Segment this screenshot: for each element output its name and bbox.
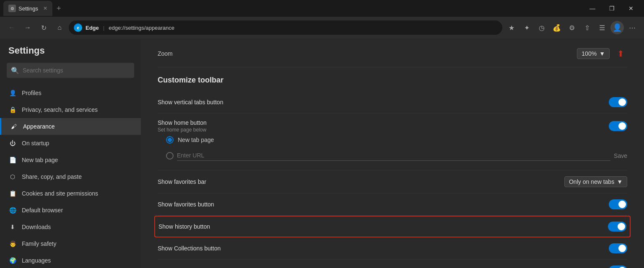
tab-label: Settings [18, 5, 38, 12]
tab-strip: ⚙ Settings ✕ + [3, 1, 61, 16]
sidebar-item-languages[interactable]: 🌍 Languages [0, 252, 141, 268]
sidebar-icon-cookies: 📋 [8, 189, 17, 198]
maximize-button[interactable]: ❐ [602, 2, 621, 15]
collections-button[interactable]: ✦ [520, 21, 533, 34]
url-input[interactable] [177, 150, 610, 161]
favorites-star-button[interactable]: ★ [505, 21, 518, 34]
setting-label-history-button: Show history button [158, 223, 608, 230]
setting-info-collections-button: Show Collections button [158, 245, 609, 252]
address-text: edge://settings/appearance [109, 25, 174, 31]
sidebar-item-cookies[interactable]: 📋 Cookies and site permissions [0, 185, 141, 202]
forward-button[interactable]: → [21, 21, 34, 34]
minimize-button[interactable]: — [583, 2, 602, 15]
sidebar-label-profiles: Profiles [22, 90, 42, 96]
edge-logo: e [74, 23, 82, 32]
sidebar-items: 👤 Profiles 🔒 Privacy, search, and servic… [0, 85, 141, 268]
zoom-chevron-icon: ▼ [599, 50, 605, 57]
scroll-up-button[interactable]: ⬆ [614, 47, 627, 60]
setting-row-history-button: Show history button [154, 216, 631, 237]
new-tab-button[interactable]: + [57, 4, 61, 13]
sidebar-icon-family-safety: 👨 [8, 240, 17, 248]
setting-info-favorites-bar: Show favorites bar [158, 178, 564, 185]
history-button[interactable]: ◷ [535, 21, 548, 34]
back-button[interactable]: ← [5, 21, 18, 34]
sidebar-icon-appearance: 🖌 [10, 122, 18, 131]
active-tab[interactable]: ⚙ Settings ✕ [3, 1, 52, 16]
share-button[interactable]: ⇧ [580, 21, 594, 34]
favorites-bar-dropdown[interactable]: Only on new tabs ▼ [564, 176, 627, 187]
search-box[interactable]: 🔍 [7, 63, 134, 78]
radio-url-btn[interactable] [166, 152, 174, 160]
setting-row-favorites-bar: Show favorites bar Only on new tabs ▼ [158, 170, 627, 193]
avatar-button[interactable]: 👤 [610, 21, 624, 34]
sidebar: Settings 🔍 👤 Profiles 🔒 Privacy, search,… [0, 39, 141, 268]
setting-sub-home-button: Set home page below [158, 127, 609, 133]
sidebar-item-on-startup[interactable]: ⏻ On startup [0, 135, 141, 152]
sidebar-title: Settings [0, 45, 141, 63]
sidebar-item-appearance[interactable]: 🖌 Appearance [0, 118, 141, 135]
zoom-label: Zoom [158, 50, 577, 57]
tab-close-button[interactable]: ✕ [43, 5, 47, 11]
radio-new-tab[interactable]: New tab page [166, 133, 627, 147]
zoom-control: 100% ▼ [577, 48, 610, 59]
sidebar-icon-share-copy: ⬡ [8, 173, 17, 181]
sidebar-icon-default-browser: 🌐 [8, 206, 17, 214]
setting-info-favorites-button: Show favorites button [158, 201, 609, 208]
zoom-dropdown[interactable]: 100% ▼ [577, 48, 610, 59]
content-area: Zoom 100% ▼ ⬆ Customize toolbar Show ver… [141, 39, 644, 268]
setting-row-web-capture: Show web capture button [158, 260, 627, 268]
wallet-button[interactable]: 💰 [550, 21, 564, 34]
sidebar-icon-languages: 🌍 [8, 256, 17, 265]
sidebar-label-privacy: Privacy, search, and services [22, 106, 98, 113]
sidebar-item-privacy[interactable]: 🔒 Privacy, search, and services [0, 101, 141, 118]
tab-favicon: ⚙ [8, 5, 16, 12]
favorites-bar-value: Only on new tabs [569, 178, 614, 185]
toggle-vertical-tabs[interactable] [609, 97, 627, 107]
brand-name: Edge [86, 25, 99, 31]
search-input[interactable] [23, 67, 130, 74]
sidebar-item-share-copy[interactable]: ⬡ Share, copy, and paste [0, 168, 141, 185]
save-url-button[interactable]: Save [614, 152, 627, 159]
sidebar-label-new-tab-page: New tab page [22, 157, 58, 163]
sidebar-item-new-tab-page[interactable]: 📄 New tab page [0, 152, 141, 168]
sidebar-item-default-browser[interactable]: 🌐 Default browser [0, 202, 141, 219]
home-button[interactable]: ⌂ [53, 21, 66, 34]
settings-icon-button[interactable]: ⚙ [565, 21, 579, 34]
setting-row-home-button: Show home button Set home page below New… [158, 113, 627, 170]
setting-info-history-button: Show history button [158, 223, 608, 230]
nav-right-buttons: ★ ✦ ◷ 💰 ⚙ ⇧ ☰ 👤 ⋯ [505, 21, 639, 34]
radio-new-tab-btn[interactable] [166, 136, 174, 144]
sidebar-label-on-startup: On startup [22, 140, 49, 147]
toggle-history-button[interactable] [608, 222, 626, 232]
more-options-button[interactable]: ⋯ [626, 21, 639, 34]
toggle-home-button[interactable] [609, 121, 627, 131]
main-layout: Settings 🔍 👤 Profiles 🔒 Privacy, search,… [0, 39, 644, 268]
setting-info-home-button: Show home button Set home page below [158, 119, 609, 133]
sidebar-icon-privacy: 🔒 [8, 106, 17, 114]
sidebar-label-languages: Languages [22, 257, 51, 264]
setting-label-collections-button: Show Collections button [158, 245, 609, 252]
toggle-collections-button[interactable] [609, 243, 627, 253]
setting-label-favorites-bar: Show favorites bar [158, 178, 564, 185]
sidebar-item-family-safety[interactable]: 👨 Family safety [0, 235, 141, 252]
zoom-value: 100% [582, 50, 597, 57]
customize-toolbar-header: Customize toolbar [158, 67, 627, 91]
address-bar[interactable]: e Edge | edge://settings/appearance [69, 21, 502, 35]
sidebar-label-appearance: Appearance [23, 123, 55, 130]
close-button[interactable]: ✕ [621, 2, 641, 15]
toggle-web-capture[interactable] [609, 265, 627, 268]
sidebar-button[interactable]: ☰ [595, 21, 609, 34]
setting-label-vertical-tabs: Show vertical tabs button [158, 99, 609, 106]
toggle-favorites-button[interactable] [609, 199, 627, 209]
setting-row-vertical-tabs: Show vertical tabs button [158, 91, 627, 113]
sidebar-label-cookies: Cookies and site permissions [22, 190, 98, 197]
favorites-bar-chevron-icon: ▼ [617, 178, 623, 185]
sidebar-label-family-safety: Family safety [22, 240, 56, 247]
setting-row-collections-button: Show Collections button [158, 237, 627, 260]
title-bar: ⚙ Settings ✕ + — ❐ ✕ [0, 0, 644, 17]
url-input-row: Save [166, 147, 627, 164]
sidebar-item-downloads[interactable]: ⬇ Downloads [0, 219, 141, 235]
refresh-button[interactable]: ↻ [37, 21, 50, 34]
sidebar-item-profiles[interactable]: 👤 Profiles [0, 85, 141, 101]
sidebar-label-default-browser: Default browser [22, 207, 63, 214]
